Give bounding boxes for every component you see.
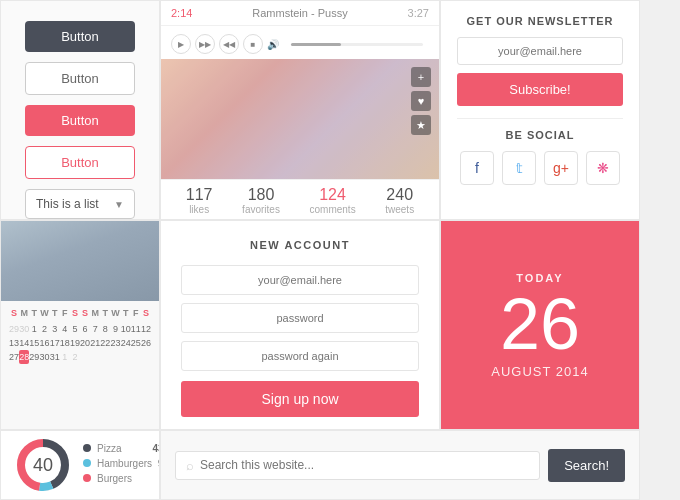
cal-cell-empty [110, 350, 120, 364]
cal-cell[interactable]: 15 [29, 336, 39, 350]
star-icon[interactable]: ★ [411, 115, 431, 135]
cal-cell[interactable]: 20 [80, 336, 90, 350]
add-icon[interactable]: + [411, 67, 431, 87]
cal-cell[interactable]: 12 [141, 322, 151, 336]
legend-pizza-pct: 43% [152, 443, 160, 454]
legend-hamburgers: Hamburgers 9% [83, 458, 160, 469]
cal-header-sun1: S [9, 307, 19, 319]
cal-cell-today[interactable]: 28 [19, 350, 29, 364]
cal-cell[interactable]: 1 [60, 350, 70, 364]
cal-cell[interactable]: 7 [90, 322, 100, 336]
player-track-title: Rammstein - Pussy [252, 7, 347, 19]
cal-cell[interactable]: 17 [50, 336, 60, 350]
cal-cell[interactable]: 13 [9, 336, 19, 350]
progress-bar[interactable] [291, 43, 423, 46]
account-password-input[interactable] [181, 303, 419, 333]
cal-cell[interactable]: 22 [100, 336, 110, 350]
search-input[interactable] [200, 458, 529, 472]
cal-cell[interactable]: 18 [60, 336, 70, 350]
cal-cell[interactable]: 1 [29, 322, 39, 336]
cal-cell[interactable]: 29 [29, 350, 39, 364]
pink-outline-button[interactable]: Button [25, 146, 135, 179]
cal-cell[interactable]: 24 [121, 336, 131, 350]
cal-cell[interactable]: 11 [131, 322, 141, 336]
stop-button[interactable]: ■ [243, 34, 263, 54]
calendar-day-headers: S M T W T F S S M T W T F S [9, 307, 151, 319]
player-total-time: 3:27 [408, 7, 429, 19]
cal-cell[interactable]: 3 [50, 322, 60, 336]
pink-solid-button[interactable]: Button [25, 105, 135, 136]
cal-header-tue2: T [100, 307, 110, 319]
favorites-stat: 180 favorites [242, 186, 280, 215]
calendar: S M T W T F S S M T W T F S 29 30 1 2 [1, 301, 159, 370]
cal-cell[interactable]: 31 [50, 350, 60, 364]
cal-cell[interactable]: 30 [19, 322, 29, 336]
likes-stat: 117 likes [186, 186, 213, 215]
cal-cell[interactable]: 16 [39, 336, 49, 350]
cal-cell[interactable]: 6 [80, 322, 90, 336]
today-panel: TODAY 26 AUGUST 2014 [440, 220, 640, 430]
progress-fill [291, 43, 341, 46]
tweets-number: 240 [385, 186, 414, 204]
newsletter-panel: GET OUR NEWSLETTER Subscribe! BE SOCIAL … [440, 0, 640, 220]
google-plus-icon[interactable]: g+ [544, 151, 578, 185]
next-button[interactable]: ▶▶ [195, 34, 215, 54]
cal-cell[interactable]: 23 [110, 336, 120, 350]
dropdown-label: This is a list [36, 197, 99, 211]
legend-burgers: Burgers [83, 473, 160, 484]
dropdown-button[interactable]: This is a list ▼ [25, 189, 135, 219]
divider [457, 118, 623, 119]
player-image: + ♥ ★ [161, 59, 439, 179]
cal-cell[interactable]: 14 [19, 336, 29, 350]
dark-button[interactable]: Button [25, 21, 135, 52]
outline-gray-button[interactable]: Button [25, 62, 135, 95]
account-password2-input[interactable] [181, 341, 419, 371]
dribbble-icon[interactable]: ❋ [586, 151, 620, 185]
cal-cell[interactable]: 19 [70, 336, 80, 350]
media-player-panel: 2:14 Rammstein - Pussy 3:27 ▶ ▶▶ ◀◀ ■ 🔊 … [160, 0, 440, 220]
subscribe-button[interactable]: Subscribe! [457, 73, 623, 106]
heart-icon[interactable]: ♥ [411, 91, 431, 111]
cal-cell[interactable]: 10 [121, 322, 131, 336]
cal-header-sat1: S [70, 307, 80, 319]
player-stats: 117 likes 180 favorites 124 comments 240… [161, 179, 439, 220]
cal-cell[interactable]: 2 [39, 322, 49, 336]
buttons-panel: Button Button Button Button This is a li… [0, 0, 160, 220]
cal-cell[interactable]: 5 [70, 322, 80, 336]
facebook-icon[interactable]: f [460, 151, 494, 185]
calendar-image [1, 221, 159, 301]
signup-button[interactable]: Sign up now [181, 381, 419, 417]
cal-cell[interactable]: 30 [39, 350, 49, 364]
player-current-time: 2:14 [171, 7, 192, 19]
cal-cell[interactable]: 21 [90, 336, 100, 350]
today-number: 26 [500, 288, 580, 360]
legend-burgers-dot [83, 474, 91, 482]
player-controls: ▶ ▶▶ ◀◀ ■ 🔊 [161, 29, 439, 59]
cal-cell[interactable]: 8 [100, 322, 110, 336]
prev-button[interactable]: ◀◀ [219, 34, 239, 54]
cal-cell[interactable]: 29 [9, 322, 19, 336]
social-title: BE SOCIAL [506, 129, 575, 141]
newsletter-email-input[interactable] [457, 37, 623, 65]
cal-cell[interactable]: 27 [9, 350, 19, 364]
likes-label: likes [186, 204, 213, 215]
account-title: NEW ACCOUNT [181, 239, 419, 251]
cal-cell[interactable]: 4 [60, 322, 70, 336]
account-email-input[interactable] [181, 265, 419, 295]
cal-cell-empty [141, 350, 151, 364]
cal-cell[interactable]: 25 [131, 336, 141, 350]
twitter-icon[interactable]: 𝕥 [502, 151, 536, 185]
cal-cell[interactable]: 9 [110, 322, 120, 336]
tweets-stat: 240 tweets [385, 186, 414, 215]
calendar-panel: S M T W T F S S M T W T F S 29 30 1 2 [0, 220, 160, 430]
cal-header-mon1: M [19, 307, 29, 319]
search-button[interactable]: Search! [548, 449, 625, 482]
player-top-bar: 2:14 Rammstein - Pussy 3:27 [161, 1, 439, 26]
cal-cell-empty [121, 350, 131, 364]
play-button[interactable]: ▶ [171, 34, 191, 54]
legend-hamburgers-dot [83, 459, 91, 467]
chevron-down-icon: ▼ [114, 199, 124, 210]
cal-cell[interactable]: 2 [70, 350, 80, 364]
cal-cell[interactable]: 26 [141, 336, 151, 350]
cal-cell-empty [80, 350, 90, 364]
